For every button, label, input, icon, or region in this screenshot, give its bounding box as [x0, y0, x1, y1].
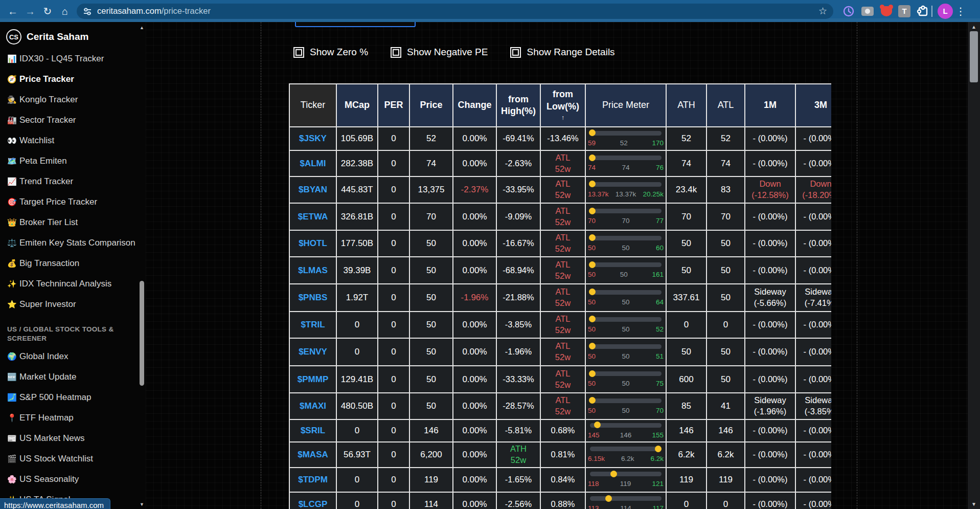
col-header-mcap[interactable]: MCap [336, 84, 378, 127]
sidebar-section-header: US / GLOBAL STOCK TOOLS & SCREENER [0, 315, 146, 346]
brand-name: Cerita Saham [27, 31, 88, 42]
ticker-link[interactable]: $JSKY [299, 134, 327, 143]
col-header-price[interactable]: Price [409, 84, 453, 127]
scroll-up-icon[interactable]: ▲ [139, 25, 145, 30]
brand-header[interactable]: CS Cerita Saham [0, 22, 146, 49]
sidebar-item-broker-tier-list[interactable]: 👑Broker Tier List [0, 212, 146, 233]
checkbox-group-show-range-details[interactable]: Show Range Details [510, 47, 614, 58]
sidebar-item-big-transaction[interactable]: 💰Big Transaction [0, 253, 146, 274]
site-info-icon[interactable] [83, 7, 92, 16]
bookmark-star-icon[interactable]: ☆ [818, 5, 827, 17]
ticker-link[interactable]: $HOTL [299, 238, 327, 248]
show-zero-checkbox[interactable] [293, 47, 304, 58]
sidebar-item-konglo-tracker[interactable]: 🕵️Konglo Tracker [0, 90, 146, 110]
sidebar-item-peta-emiten[interactable]: 🗺️Peta Emiten [0, 151, 146, 171]
ticker-link[interactable]: $PMMP [298, 374, 328, 384]
ticker-link[interactable]: $TDPM [298, 475, 328, 484]
sidebar-item-s-p-500-heatmap[interactable]: 🗾S&P 500 Heatmap [0, 387, 146, 408]
sidebar-item-idx-technincal-analysis[interactable]: ✨IDX Technincal Analysis [0, 274, 146, 294]
back-icon[interactable]: ← [4, 3, 21, 20]
ticker-link[interactable]: $TRIL [301, 320, 325, 329]
sidebar-item-super-investor[interactable]: ⭐Super Investor [0, 294, 146, 315]
cell-1m: - (0.00%) [745, 419, 795, 442]
col-header-from-high[interactable]: from High(%) [496, 84, 540, 127]
page-scroll-thumb[interactable] [970, 31, 978, 82]
col-header-price-meter[interactable]: Price Meter [585, 84, 666, 127]
forward-icon[interactable]: → [21, 3, 39, 20]
col-header-from-low[interactable]: from Low(%)↑ [540, 84, 585, 127]
camera-extension-icon[interactable] [860, 4, 874, 18]
profile-avatar[interactable]: L [938, 4, 953, 19]
cell-atl: 0 [706, 492, 745, 509]
address-bar[interactable]: ceritasaham.com/price-tracker ☆ [77, 4, 833, 19]
ticker-link[interactable]: $ALMI [300, 159, 326, 168]
sidebar-item-sector-tracker[interactable]: 🏭Sector Tracker [0, 110, 146, 130]
history-clock-extension-icon[interactable] [841, 4, 855, 18]
t-extension-icon[interactable]: T [898, 5, 910, 17]
sidebar-item-price-tracker[interactable]: 🧭Price Tracker [0, 69, 146, 90]
sidebar-item-watchlist[interactable]: 👀Watchlist [0, 130, 146, 151]
cell-ath: 70 [666, 203, 706, 230]
sidebar-item-us-market-news[interactable]: 📰US Market News [0, 428, 146, 449]
cell-change: 0.00% [453, 150, 496, 176]
checkbox-group-show-negative-pe[interactable]: Show Negative PE [391, 47, 488, 58]
cell-1m: Sideway(-1.96%) [745, 393, 795, 419]
sidebar-item-etf-heatmap[interactable]: 📍ETF Heatmap [0, 408, 146, 428]
ticker-link[interactable]: $SRIL [301, 426, 325, 435]
ticker-link[interactable]: $ENVY [299, 347, 327, 357]
col-header-1m[interactable]: 1M [745, 84, 795, 127]
show-range-details-checkbox[interactable] [510, 47, 521, 58]
lobster-extension-icon[interactable] [879, 4, 893, 18]
cell-1m: Sideway(-5.66%) [745, 284, 795, 312]
blossom-icon: 🌸 [7, 475, 19, 484]
cell-from-low: 0.81% [540, 442, 585, 468]
sidebar-item-market-update[interactable]: 🆕Market Update [0, 367, 146, 387]
price-meter-track [590, 262, 662, 267]
col-header-ticker[interactable]: Ticker [289, 84, 336, 127]
col-header-change[interactable]: Change [453, 84, 496, 127]
page-scroll-down-icon[interactable]: ▼ [968, 501, 980, 507]
home-icon[interactable]: ⌂ [56, 3, 74, 20]
ticker-link[interactable]: $MAXI [300, 401, 326, 411]
cell-text: - (0.00%) [797, 374, 831, 385]
ticker-link[interactable]: $PNBS [299, 293, 328, 302]
reload-icon[interactable]: ↻ [39, 3, 56, 20]
table-row: $LCGP001140.00%-2.56%0.88%11311411700- (… [289, 492, 831, 509]
page-scrollbar[interactable]: ▲ ▼ [968, 22, 980, 509]
col-header-ath[interactable]: ATH [666, 84, 706, 127]
compass-icon: 🧭 [7, 75, 19, 84]
stock-filter-input[interactable] [295, 22, 416, 27]
cell-from-high: -28.57% [496, 393, 540, 419]
page-scroll-up-icon[interactable]: ▲ [968, 24, 980, 30]
ticker-link[interactable]: $MASA [298, 450, 328, 459]
price-meter-track [590, 447, 662, 451]
sidebar-scrollbar[interactable]: ▲ ▼ [139, 25, 145, 507]
checkbox-group-show-zero[interactable]: Show Zero % [293, 47, 368, 58]
sidebar-item-us-stock-watchlist[interactable]: 🎬US Stock Watchlist [0, 449, 146, 469]
ticker-link[interactable]: $LCGP [299, 499, 328, 509]
price-table-container[interactable]: TickerMCapPERPriceChangefrom High(%)from… [289, 83, 831, 509]
col-header-per[interactable]: PER [378, 84, 409, 127]
cell-mcap: 0 [336, 492, 378, 509]
sidebar-item-us-seasonality[interactable]: 🌸US Seasonality [0, 469, 146, 490]
url-path: /price-tracker [162, 6, 211, 16]
meter-high: 76 [656, 164, 664, 171]
browser-menu-icon[interactable]: ⋮ [953, 5, 968, 17]
ticker-link[interactable]: $ETWA [298, 212, 328, 222]
sidebar-item-trend-tracker[interactable]: 📈Trend Tracker [0, 171, 146, 192]
cell-price-meter: 13.37k13.37k20.25k [585, 176, 666, 203]
show-negative-pe-checkbox[interactable] [391, 47, 401, 58]
ticker-link[interactable]: $BYAN [299, 185, 327, 194]
col-header-3m[interactable]: 3M [795, 84, 831, 127]
price-meter-track [590, 209, 662, 213]
ticker-link[interactable]: $LMAS [298, 265, 328, 275]
sidebar-item-idx30-lq45-tracker[interactable]: 📊IDX30 - LQ45 Tracker [0, 49, 146, 69]
sidebar-item-target-price-tracker[interactable]: 🎯Target Price Tracker [0, 192, 146, 212]
sidebar-item-emiten-key-stats-comparison[interactable]: ⚖️Emiten Key Stats Comparison [0, 233, 146, 253]
extensions-puzzle-icon[interactable] [916, 4, 929, 18]
scroll-down-icon[interactable]: ▼ [139, 502, 145, 507]
sidebar-scroll-thumb[interactable] [140, 281, 144, 386]
col-header-atl[interactable]: ATL [706, 84, 745, 127]
cell-price: 50 [409, 393, 453, 419]
sidebar-item-global-index[interactable]: 🌍Global Index [0, 346, 146, 367]
